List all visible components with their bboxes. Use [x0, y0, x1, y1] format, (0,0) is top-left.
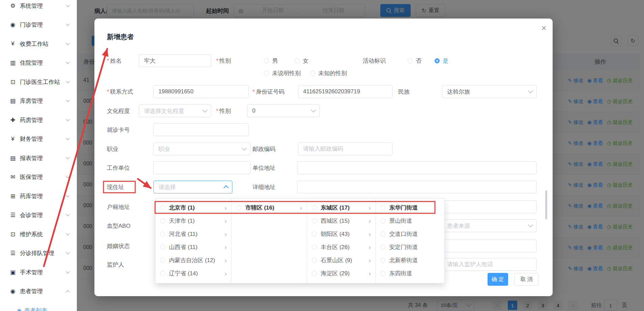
- postcode-input[interactable]: [298, 143, 392, 155]
- sidebar-item[interactable]: ⚙ 系统管理: [0, 0, 77, 15]
- cascader-option[interactable]: 内蒙古自治区 (12) ›: [155, 254, 231, 267]
- cascader-option[interactable]: 市辖区 (16) ›: [232, 201, 306, 214]
- marital-right-input[interactable]: [442, 240, 537, 252]
- sidebar-item[interactable]: ☰ 分诊排队管理: [0, 244, 77, 263]
- arrow-right-icon: ›: [225, 244, 227, 250]
- radio-icon: [312, 258, 317, 263]
- gender2-select[interactable]: 0: [247, 104, 320, 117]
- radio-icon: [312, 231, 317, 237]
- sidebar-item[interactable]: ▣ 手术管理: [0, 263, 77, 282]
- patient-source-select[interactable]: 患者来源: [442, 219, 537, 232]
- chevron-icon: [66, 270, 69, 273]
- idcard-input[interactable]: [298, 85, 392, 98]
- consult-icon: ☰: [9, 212, 17, 219]
- cascader-option[interactable]: 朝阳区 (43) ›: [307, 227, 376, 241]
- sidebar-item[interactable]: ⊡ 门诊医生工作站: [0, 72, 77, 92]
- radio-active-yes[interactable]: 是: [435, 57, 448, 64]
- sidebar-item[interactable]: ✚ 药房管理: [0, 111, 77, 130]
- drugstore-icon: ⊞: [9, 193, 17, 200]
- arrow-right-icon: ›: [369, 231, 371, 237]
- sidebar-item[interactable]: ◉ 门诊管理: [0, 15, 77, 35]
- contact-input[interactable]: [153, 85, 248, 98]
- storehouse-icon: ▤: [9, 97, 17, 104]
- sidebar-item[interactable]: ✉ 医保管理: [0, 168, 77, 187]
- cascader-option[interactable]: 安定门街道 ›: [376, 241, 444, 254]
- radio-female[interactable]: 女: [295, 57, 309, 64]
- cascader-option[interactable]: 天津市 (1) ›: [155, 214, 231, 227]
- radio-icon: [160, 245, 165, 250]
- maintain-icon: ⊡: [9, 231, 17, 238]
- work-unit-input[interactable]: [153, 161, 251, 174]
- ethnicity-label: 民族: [398, 88, 410, 96]
- work-address-label: 单位地址: [253, 164, 275, 172]
- radio-gender-unstated[interactable]: 未说明性别: [264, 69, 301, 77]
- radio-gender-unknown[interactable]: 未知的性别: [310, 69, 347, 77]
- card-number-label: 就诊卡号: [107, 126, 130, 134]
- cascader-option[interactable]: 东城区 (17) ›: [307, 201, 376, 214]
- sidebar-item[interactable]: ⊡ 维护系统: [0, 225, 77, 244]
- sidebar-item[interactable]: ▤ 库房管理: [0, 92, 77, 111]
- sidebar-item[interactable]: ¥ 收费工作站: [0, 34, 77, 54]
- sidebar-item[interactable]: ▤ 报表管理: [0, 149, 77, 168]
- chevron-icon: [66, 251, 69, 254]
- radio-icon: [380, 231, 385, 237]
- radio-active-no[interactable]: 否: [408, 57, 421, 64]
- cascader-option[interactable]: 海淀区 (29) ›: [307, 267, 376, 280]
- arrow-right-icon: ›: [225, 257, 227, 263]
- confirm-button[interactable]: 确 定: [488, 273, 508, 286]
- work-address-input[interactable]: [297, 161, 537, 174]
- chevron-icon: [66, 175, 69, 178]
- cascader-option[interactable]: 东四街道 ›: [376, 267, 444, 280]
- close-icon[interactable]: ×: [539, 23, 549, 33]
- cascader-option[interactable]: 石景山区 (9) ›: [307, 254, 376, 267]
- cascader-option[interactable]: 交道口街道 ›: [376, 227, 444, 241]
- sidebar-item[interactable]: ▥ 住院管理: [0, 54, 77, 73]
- card-number-input[interactable]: [153, 123, 248, 136]
- cascader-province-column: 北京市 (1) › 天津市 (1) › 河北省 (11) › 山: [155, 199, 232, 283]
- guardian-phone-input[interactable]: [442, 258, 537, 271]
- detail-address-label: 详细地址: [253, 183, 275, 191]
- sidebar-item-patient-list[interactable]: ◉ 患者列表: [0, 301, 77, 311]
- arrow-right-icon: ›: [225, 231, 227, 237]
- arrow-right-icon: ›: [225, 270, 227, 277]
- chevron-down-icon: [242, 146, 247, 151]
- sidebar-item[interactable]: ⊞ 药库管理: [0, 187, 77, 206]
- cascader-option[interactable]: 辽宁省 (14) ›: [155, 267, 231, 280]
- chevron-up-icon: [224, 185, 229, 191]
- radio-icon: [380, 258, 385, 263]
- chevron-icon: [66, 155, 69, 159]
- sidebar-item[interactable]: ¥ 财务管理: [0, 130, 77, 149]
- sidebar-item[interactable]: ☰ 会诊管理: [0, 206, 77, 225]
- name-input[interactable]: [139, 54, 211, 67]
- cascader-option[interactable]: 河北省 (11) ›: [155, 227, 231, 241]
- outpatient-icon: ◉: [9, 21, 17, 28]
- name-label: *姓名: [107, 57, 122, 65]
- sidebar-item[interactable]: ◉ 患者管理: [0, 282, 77, 301]
- chevron-down-icon: [202, 107, 208, 113]
- chevron-icon: [66, 3, 69, 7]
- radio-icon: [312, 271, 317, 276]
- marital-status-label: 婚姻状态: [107, 242, 130, 250]
- cascader-option[interactable]: 景山街道 ›: [376, 214, 444, 227]
- cascader-option[interactable]: 西城区 (15) ›: [307, 214, 376, 227]
- occupation-select[interactable]: 职业: [153, 143, 251, 155]
- radio-icon: [160, 271, 165, 276]
- radio-male[interactable]: 男: [264, 57, 278, 64]
- chevron-icon: [66, 79, 69, 83]
- current-address-select[interactable]: 请选择: [153, 181, 232, 193]
- insurance-icon: ✉: [9, 174, 17, 181]
- postcode-label: 邮政编码: [253, 145, 275, 153]
- cascader-option[interactable]: 丰台区 (26) ›: [307, 241, 376, 254]
- arrow-right-icon: ›: [225, 218, 227, 224]
- cascader-option[interactable]: 北京市 (1) ›: [155, 201, 231, 214]
- education-select[interactable]: 请选择文化程度: [139, 104, 211, 117]
- chevron-icon: [66, 290, 69, 294]
- cascader-option[interactable]: 山西省 (11) ›: [155, 241, 231, 254]
- cancel-button[interactable]: 取 消: [515, 273, 538, 286]
- detail-address-input[interactable]: [297, 181, 537, 193]
- cascader-option[interactable]: 北新桥街道 ›: [376, 254, 444, 267]
- cascader-option[interactable]: 东华门街道 ›: [376, 201, 444, 214]
- arrow-right-icon: ›: [369, 218, 371, 224]
- ethnicity-select[interactable]: 达斡尔族: [442, 85, 537, 98]
- scrollbar-thumb[interactable]: [545, 190, 547, 219]
